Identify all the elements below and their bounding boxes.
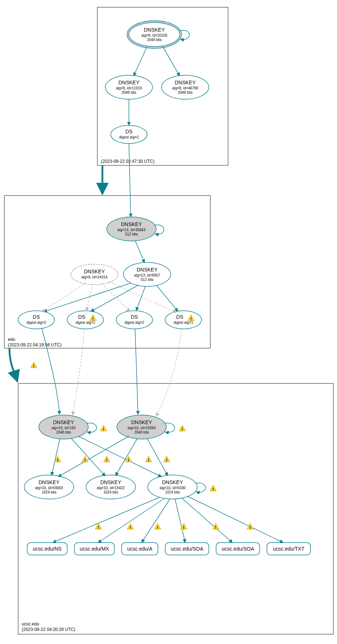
svg-text:!: ! xyxy=(215,525,216,530)
svg-text:alg=8, id=46780: alg=8, id=46780 xyxy=(172,86,198,90)
svg-text:!: ! xyxy=(148,458,149,463)
node-root-zsk1: DNSKEY alg=8, id=11019 2048 bits xyxy=(105,75,153,99)
node-ds-b: DS digest alg=1 xyxy=(67,311,103,329)
zone-root-name: . xyxy=(101,153,102,158)
edge-rootksk-zsk2 xyxy=(163,47,180,76)
svg-text:!: ! xyxy=(98,525,99,530)
svg-text:!: ! xyxy=(182,427,183,432)
svg-text:alg=10, id=5030: alg=10, id=5030 xyxy=(159,486,186,490)
svg-point-33 xyxy=(116,311,153,329)
dnssec-diagram: . (2023-09-22 02:47:30 UTC) DNSKEY alg=8… xyxy=(0,0,337,644)
svg-text:DNSKEY: DNSKEY xyxy=(131,419,152,425)
node-uc-zsk1: DNSKEY alg=10, id=59003 1024 bits xyxy=(24,475,74,499)
zone-edu-name: edu xyxy=(8,337,15,342)
edge-rootds-eduksk xyxy=(129,144,131,217)
rr-ns: ucsc.edu/NS xyxy=(27,543,67,555)
node-edu-old: DNSKEY alg=8, id=24314 xyxy=(71,264,118,285)
svg-text:2048 bits: 2048 bits xyxy=(178,90,193,94)
svg-text:!: ! xyxy=(84,458,86,463)
edge-eduzsk-dsb xyxy=(91,285,139,311)
svg-text:!: ! xyxy=(157,525,158,530)
zone-root-ts: (2023-09-22 02:47:30 UTC) xyxy=(101,159,154,164)
e-z3-soa1 xyxy=(175,499,185,543)
node-root-ksk: DNSKEY alg=8, id=20326 2048 bits xyxy=(127,21,182,48)
svg-text:DNSKEY: DNSKEY xyxy=(100,479,121,485)
warning-icon: ! xyxy=(212,523,219,530)
svg-text:digest alg=2: digest alg=2 xyxy=(27,321,46,325)
svg-text:ucsc.edu/SOA: ucsc.edu/SOA xyxy=(171,546,203,552)
svg-text:digest alg=2: digest alg=2 xyxy=(125,321,145,325)
svg-text:DNSKEY: DNSKEY xyxy=(118,80,139,85)
svg-text:512 bits: 512 bits xyxy=(125,232,138,236)
node-ds-d: DS digest alg=1 xyxy=(165,311,202,329)
edge-eduzsk-dsd xyxy=(156,285,178,311)
svg-point-27 xyxy=(18,311,54,329)
svg-text:alg=10, id=18264: alg=10, id=18264 xyxy=(127,426,156,430)
svg-text:DNSKEY: DNSKEY xyxy=(38,479,60,485)
svg-text:DNSKEY: DNSKEY xyxy=(84,269,105,274)
svg-text:2048 bits: 2048 bits xyxy=(122,90,137,94)
edge-eduold-dsa xyxy=(42,283,85,312)
e-z3-txt xyxy=(187,496,283,543)
svg-text:alg=10, id=183: alg=10, id=183 xyxy=(52,426,76,430)
node-uc-ksk2: DNSKEY alg=10, id=18264 2048 bits xyxy=(117,415,166,439)
warning-icon: ! xyxy=(145,456,152,463)
svg-text:!: ! xyxy=(92,317,94,322)
edge-deleg-edu-ucsc xyxy=(9,348,17,382)
svg-text:alg=13, id=8957: alg=13, id=8957 xyxy=(134,273,160,277)
warning-icon: ! xyxy=(82,456,88,463)
svg-text:DNSKEY: DNSKEY xyxy=(144,27,165,33)
svg-text:!: ! xyxy=(249,525,251,530)
svg-point-30 xyxy=(67,311,103,329)
svg-text:DNSKEY: DNSKEY xyxy=(175,80,196,85)
node-uc-zsk3: DNSKEY alg=10, id=5030 1024 bits xyxy=(148,475,197,499)
svg-text:!: ! xyxy=(183,525,184,530)
e-k1-z2 xyxy=(71,438,105,476)
zone-edu-ts: (2023-09-22 04:19:56 UTC) xyxy=(8,342,61,347)
warning-icon: ! xyxy=(103,456,110,463)
svg-text:!: ! xyxy=(57,458,58,463)
svg-text:DNSKEY: DNSKEY xyxy=(121,221,142,227)
rr-soa2: ucsc.edu/SOA xyxy=(216,543,260,555)
svg-text:!: ! xyxy=(130,525,131,530)
warning-icon: ! xyxy=(210,485,216,492)
svg-text:1024 bits: 1024 bits xyxy=(42,490,57,494)
svg-text:DS: DS xyxy=(176,314,183,320)
svg-text:2048 bits: 2048 bits xyxy=(147,38,162,42)
svg-text:!: ! xyxy=(212,487,214,492)
node-root-zsk2: DNSKEY alg=8, id=46780 2048 bits xyxy=(162,75,209,99)
edge-rootksk-zsk1 xyxy=(134,47,147,76)
e-z3-a xyxy=(142,499,170,543)
svg-text:alg=8, id=11019: alg=8, id=11019 xyxy=(116,86,142,90)
svg-text:2048 bits: 2048 bits xyxy=(134,430,149,434)
svg-text:DNSKEY: DNSKEY xyxy=(53,419,74,425)
node-edu-ksk: DNSKEY alg=13, id=35663 512 bits xyxy=(107,217,156,241)
svg-text:ucsc.edu/A: ucsc.edu/A xyxy=(127,546,153,552)
svg-text:1024 bits: 1024 bits xyxy=(165,490,180,494)
node-uc-zsk2: DNSKEY alg=10, id=15422 1024 bits xyxy=(86,475,135,499)
e-z3-mx xyxy=(98,498,165,543)
svg-text:!: ! xyxy=(33,364,34,369)
svg-text:!: ! xyxy=(103,427,104,432)
edge-dsb-ucksk1 xyxy=(73,329,84,415)
edge-eduzsk-dsc xyxy=(136,286,145,311)
svg-text:digest alg=2: digest alg=2 xyxy=(119,135,139,139)
svg-text:512 bits: 512 bits xyxy=(141,278,153,282)
svg-text:DS: DS xyxy=(125,129,132,134)
rr-a: ucsc.edu/A xyxy=(122,543,158,555)
node-root-ds: DS digest alg=2 xyxy=(111,125,147,144)
svg-text:alg=13, id=35663: alg=13, id=35663 xyxy=(117,228,146,232)
rr-mx: ucsc.edu/MX xyxy=(74,543,114,555)
edge-eduksk-zsk xyxy=(135,241,145,263)
svg-text:DS: DS xyxy=(78,314,85,320)
svg-text:alg=8, id=20326: alg=8, id=20326 xyxy=(141,33,167,37)
edge-dsc-ucksk2 xyxy=(135,329,138,414)
svg-text:DS: DS xyxy=(131,314,138,320)
svg-text:2048 bits: 2048 bits xyxy=(56,430,71,434)
warning-icon: ! xyxy=(127,523,134,530)
edge-eduold-dsc xyxy=(102,283,130,311)
warning-icon: ! xyxy=(179,425,186,432)
svg-text:DNSKEY: DNSKEY xyxy=(137,267,158,273)
warning-icon: ! xyxy=(154,523,161,530)
warning-icon: ! xyxy=(31,362,37,369)
